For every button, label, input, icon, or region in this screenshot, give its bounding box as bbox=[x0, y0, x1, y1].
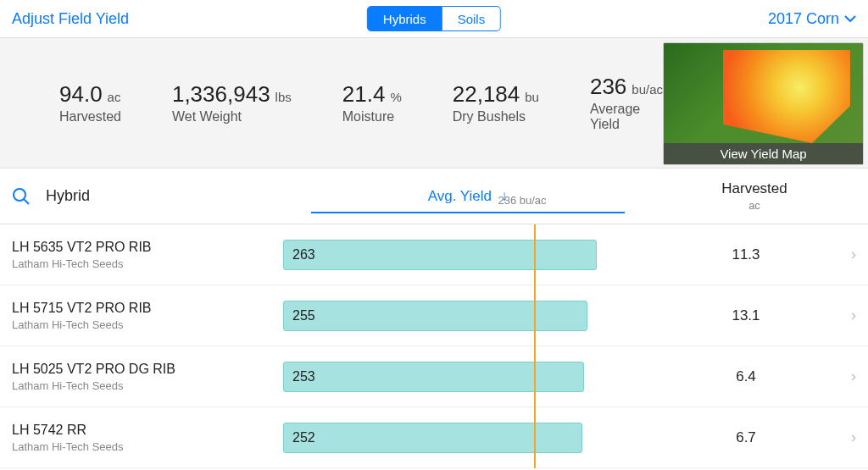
bar-cell: 253 bbox=[283, 346, 661, 406]
bar-cell: 263 bbox=[283, 224, 661, 285]
table-rows: LH 5635 VT2 PRO RIBLatham Hi-Tech Seeds2… bbox=[0, 224, 868, 468]
stat-unit: % bbox=[390, 90, 401, 104]
search-icon[interactable] bbox=[12, 187, 31, 206]
table-row[interactable]: LH 5025 VT2 PRO DG RIBLatham Hi-Tech See… bbox=[0, 346, 868, 407]
summary-panel: 94.0ac Harvested 1,336,943lbs Wet Weight… bbox=[0, 37, 868, 169]
tab-hybrids[interactable]: Hybrids bbox=[367, 6, 442, 31]
threshold-label: 236 bu/ac bbox=[498, 194, 546, 207]
col-harvested: Harvested ac bbox=[653, 180, 856, 212]
yield-bar: 252 bbox=[283, 423, 582, 453]
harvested-value: 6.7 bbox=[661, 429, 831, 446]
col-harvested-unit: ac bbox=[653, 199, 856, 212]
svg-point-0 bbox=[14, 189, 25, 201]
table-row[interactable]: LH 5635 VT2 PRO RIBLatham Hi-Tech Seeds2… bbox=[0, 224, 868, 285]
stat-unit: lbs bbox=[275, 90, 292, 104]
yield-bar: 255 bbox=[283, 301, 587, 331]
bar-cell: 252 bbox=[283, 407, 661, 467]
stat-value: 94.0 bbox=[59, 81, 103, 108]
tab-soils[interactable]: Soils bbox=[442, 6, 502, 31]
stat-value: 1,336,943 bbox=[172, 81, 270, 108]
table-row[interactable]: LH 5742 RRLatham Hi-Tech Seeds2526.7› bbox=[0, 407, 868, 468]
hybrid-brand: Latham Hi-Tech Seeds bbox=[12, 440, 283, 453]
yield-map-card[interactable]: View Yield Map bbox=[663, 42, 864, 165]
hybrid-name: LH 5715 VT2 PRO RIB bbox=[12, 301, 283, 316]
map-caption: View Yield Map bbox=[664, 143, 863, 164]
col-harvested-label: Harvested bbox=[653, 180, 856, 197]
columns-header: Hybrid Avg. Yield ↓ 236 bu/ac Harvested … bbox=[0, 169, 868, 224]
svg-line-1 bbox=[25, 199, 30, 204]
chevron-right-icon[interactable]: › bbox=[831, 307, 856, 324]
stat-moisture: 21.4% Moisture bbox=[342, 81, 402, 124]
chevron-right-icon[interactable]: › bbox=[831, 246, 856, 263]
hybrid-brand: Latham Hi-Tech Seeds bbox=[12, 318, 283, 331]
col-avg-yield[interactable]: Avg. Yield ↓ bbox=[283, 188, 653, 205]
hybrid-name: LH 5742 RR bbox=[12, 423, 283, 438]
chevron-right-icon[interactable]: › bbox=[831, 429, 856, 446]
stat-label: Dry Bushels bbox=[453, 109, 539, 124]
hybrid-name: LH 5635 VT2 PRO RIB bbox=[12, 240, 283, 255]
stat-avg-yield: 236bu/ac Average Yield bbox=[590, 74, 663, 132]
adjust-field-yield-link[interactable]: Adjust Field Yield bbox=[12, 10, 129, 28]
stat-label: Wet Weight bbox=[172, 109, 292, 124]
name-cell: LH 5635 VT2 PRO RIBLatham Hi-Tech Seeds bbox=[12, 240, 283, 270]
stat-harvested: 94.0ac Harvested bbox=[59, 81, 121, 124]
sort-underline bbox=[311, 212, 625, 213]
season-label: 2017 Corn bbox=[768, 10, 839, 28]
hybrid-name: LH 5025 VT2 PRO DG RIB bbox=[12, 362, 283, 377]
yield-bar: 253 bbox=[283, 362, 584, 392]
stat-unit: bu bbox=[525, 90, 539, 104]
col-avg-yield-label: Avg. Yield bbox=[428, 188, 492, 204]
name-cell: LH 5025 VT2 PRO DG RIBLatham Hi-Tech See… bbox=[12, 362, 283, 392]
bar-cell: 255 bbox=[283, 285, 661, 346]
col-hybrid: Hybrid bbox=[12, 187, 283, 206]
name-cell: LH 5742 RRLatham Hi-Tech Seeds bbox=[12, 423, 283, 453]
stat-wet-weight: 1,336,943lbs Wet Weight bbox=[172, 81, 292, 124]
harvested-value: 11.3 bbox=[661, 246, 831, 263]
hybrid-brand: Latham Hi-Tech Seeds bbox=[12, 257, 283, 270]
stat-value: 236 bbox=[590, 74, 626, 100]
stat-dry-bushels: 22,184bu Dry Bushels bbox=[453, 81, 539, 124]
chevron-right-icon[interactable]: › bbox=[831, 368, 856, 385]
harvested-value: 13.1 bbox=[661, 307, 831, 324]
stat-label: Moisture bbox=[342, 109, 402, 124]
threshold-line bbox=[534, 224, 536, 468]
stat-unit: bu/ac bbox=[632, 82, 663, 97]
tab-switcher: Hybrids Soils bbox=[367, 6, 501, 31]
name-cell: LH 5715 VT2 PRO RIBLatham Hi-Tech Seeds bbox=[12, 301, 283, 331]
col-hybrid-label: Hybrid bbox=[46, 187, 90, 205]
stat-unit: ac bbox=[108, 90, 121, 104]
table-row[interactable]: LH 5715 VT2 PRO RIBLatham Hi-Tech Seeds2… bbox=[0, 285, 868, 346]
chevron-down-icon bbox=[844, 15, 856, 22]
stat-label: Average Yield bbox=[590, 102, 663, 132]
harvested-value: 6.4 bbox=[661, 368, 831, 385]
hybrid-brand: Latham Hi-Tech Seeds bbox=[12, 379, 283, 392]
stat-label: Harvested bbox=[59, 109, 121, 124]
yield-bar: 263 bbox=[283, 240, 597, 270]
season-selector[interactable]: 2017 Corn bbox=[768, 10, 856, 28]
stat-value: 21.4 bbox=[342, 81, 386, 108]
stats-row: 94.0ac Harvested 1,336,943lbs Wet Weight… bbox=[0, 38, 663, 168]
stat-value: 22,184 bbox=[453, 81, 520, 108]
header-bar: Adjust Field Yield Hybrids Soils 2017 Co… bbox=[0, 0, 868, 37]
